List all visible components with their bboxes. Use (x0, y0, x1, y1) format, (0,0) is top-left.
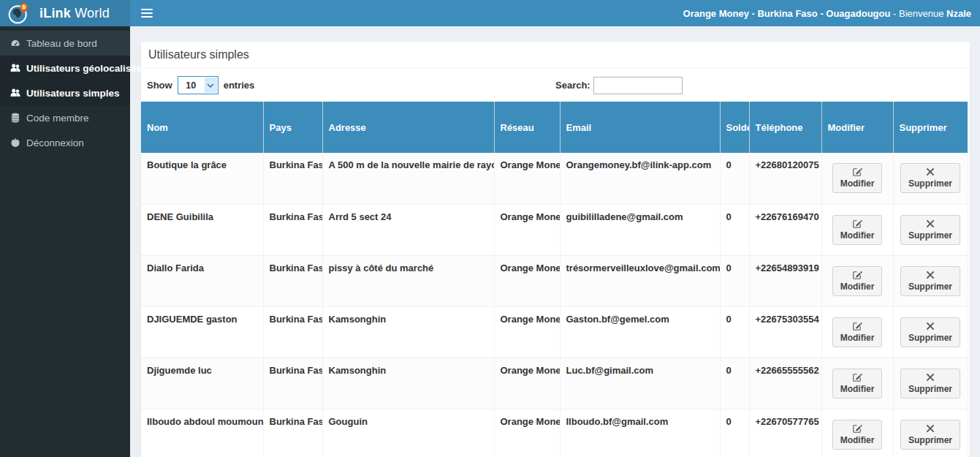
entries-select[interactable]: 10 (178, 76, 219, 94)
table-row: Djiguemde lucBurkina FasoKamsonghinOrang… (141, 358, 968, 409)
edit-icon (840, 372, 875, 384)
modifier-button[interactable]: Modifier (832, 266, 883, 296)
modifier-button[interactable]: Modifier (832, 163, 883, 193)
cell-adresse: A 500 m de la nouvelle mairie de rayongo (322, 153, 494, 204)
sidebar-item-label: Utilisateurs simples (26, 88, 120, 99)
cell-reseau: Orange Money (494, 358, 560, 409)
globe-pin-logo-icon: $ (7, 1, 31, 25)
cell-nom: Djiguemde luc (141, 358, 263, 409)
sidebar-item-utilisateurs-simples[interactable]: Utilisateurs simples (0, 80, 130, 105)
table-row: DENE GuibililaBurkina FasoArrd 5 sect 24… (141, 204, 968, 255)
cell-supprimer: Supprimer (893, 306, 968, 358)
cell-reseau: Orange Money (494, 204, 560, 255)
entries-label: entries (224, 80, 255, 91)
search-input[interactable] (593, 77, 683, 94)
x-icon (908, 372, 952, 384)
brand-logo[interactable]: $ iLink World (0, 0, 130, 26)
cell-pays: Burkina Faso (263, 204, 322, 255)
navbar-user-info-segment: - Bienvenue (890, 8, 946, 19)
navbar-user-info-segment: Nzale (946, 8, 971, 19)
sidebar-item-tableau-de-bord[interactable]: Tableau de bord (0, 31, 130, 56)
length-control: Show 10 entries (147, 76, 555, 94)
supprimer-button[interactable]: Supprimer (900, 420, 960, 450)
users-panel: Utilisateurs simples Show 10 entries Sea… (141, 42, 970, 457)
sidebar-item-code-membre[interactable]: Code membre (0, 105, 130, 130)
cell-adresse: Gouguin (322, 409, 494, 457)
brand-title-regular: World (71, 6, 110, 20)
supprimer-button[interactable]: Supprimer (900, 369, 960, 399)
table-controls: Show 10 entries Search: (141, 76, 970, 94)
cell-telephone: +22676169470 (749, 204, 821, 255)
column-header-solde[interactable]: Solde (720, 102, 749, 153)
navbar-user-info: Orange Money - Burkina Faso - Ouagadougo… (683, 8, 971, 19)
main-content: Utilisateurs simples Show 10 entries Sea… (130, 26, 980, 457)
svg-text:$: $ (23, 4, 26, 10)
cell-supprimer: Supprimer (893, 153, 968, 204)
cell-supprimer: Supprimer (893, 255, 968, 306)
entries-select-value: 10 (178, 77, 204, 94)
cell-modifier: Modifier (821, 306, 893, 358)
edit-icon (840, 423, 875, 435)
modifier-button[interactable]: Modifier (832, 369, 883, 399)
cell-nom: Boutique la grâce (141, 153, 263, 204)
cell-supprimer: Supprimer (893, 409, 968, 457)
cell-solde: 0 (720, 358, 749, 409)
cell-reseau: Orange Money (494, 409, 560, 457)
cell-adresse: Arrd 5 sect 24 (322, 204, 494, 255)
cell-email: Gaston.bf@gemel.com (560, 306, 720, 358)
cell-pays: Burkina Faso (263, 255, 322, 306)
cell-solde: 0 (720, 409, 749, 457)
supprimer-button[interactable]: Supprimer (900, 266, 960, 296)
column-header-adresse[interactable]: Adresse (322, 102, 494, 153)
table-body: Boutique la grâceBurkina FasoA 500 m de … (141, 153, 968, 457)
cell-telephone: +22680120075 (749, 153, 821, 204)
sidebar: Tableau de bordUtilisateurs géolocalisés… (0, 26, 130, 457)
edit-icon (840, 321, 875, 333)
sidebar-toggle-menu-icon[interactable] (141, 0, 156, 26)
dashboard-icon (10, 38, 26, 48)
table-header-row: NomPaysAdresseRéseauEmailSoldeTéléphoneM… (141, 102, 968, 153)
column-header-nom[interactable]: Nom (141, 102, 263, 153)
modifier-button[interactable]: Modifier (832, 420, 883, 450)
cell-email: Ilboudo.bf@gmail.com (560, 409, 720, 457)
brand-title: iLink World (39, 6, 110, 21)
edit-icon (840, 167, 875, 178)
column-header-supprimer[interactable]: Supprimer (893, 102, 968, 153)
cell-nom: Ilboudo abdoul moumouni (141, 409, 263, 457)
table-row: DJIGUEMDE gastonBurkina FasoKamsonghinOr… (141, 306, 968, 358)
search-control: Search: (555, 76, 964, 94)
x-icon (908, 167, 952, 178)
supprimer-button[interactable]: Supprimer (900, 163, 960, 193)
chevron-down-icon (205, 78, 217, 93)
column-header-modifier[interactable]: Modifier (821, 102, 893, 153)
cell-adresse: Kamsonghin (322, 358, 494, 409)
cell-telephone: +22670577765 (749, 409, 821, 457)
supprimer-button[interactable]: Supprimer (900, 215, 960, 245)
sidebar-item-utilisateurs-geolocalises[interactable]: Utilisateurs géolocalisés (0, 56, 130, 80)
cell-telephone: +22665555562 (749, 358, 821, 409)
cell-telephone: +22675303554 (749, 306, 821, 358)
cell-telephone: +22654893919 (749, 255, 821, 306)
top-bar: $ iLink World Orange Money - Burkina Fas… (0, 0, 980, 26)
sidebar-menu: Tableau de bordUtilisateurs géolocalisés… (0, 31, 130, 155)
navbar-user-info-segment: Orange Money - Burkina Faso - Ouagadougo… (683, 8, 891, 19)
sidebar-item-label: Code membre (26, 113, 89, 124)
sidebar-item-label: Tableau de bord (26, 38, 97, 49)
column-header-email[interactable]: Email (560, 102, 720, 153)
page-title: Utilisateurs simples (148, 48, 249, 61)
table-row: Boutique la grâceBurkina FasoA 500 m de … (141, 153, 968, 204)
sidebar-item-deconnexion[interactable]: Déconnexion (0, 130, 130, 155)
modifier-button[interactable]: Modifier (832, 317, 883, 347)
cell-nom: Diallo Farida (141, 255, 263, 306)
cell-solde: 0 (720, 204, 749, 255)
edit-icon (840, 270, 875, 282)
cell-reseau: Orange Money (494, 153, 560, 204)
cell-email: Luc.bf@gimail.com (560, 358, 720, 409)
column-header-pays[interactable]: Pays (263, 102, 322, 153)
column-header-telephone[interactable]: Téléphone (749, 102, 821, 153)
column-header-reseau[interactable]: Réseau (494, 102, 560, 153)
navbar: Orange Money - Burkina Faso - Ouagadougo… (130, 0, 980, 26)
modifier-button[interactable]: Modifier (832, 215, 883, 245)
supprimer-button[interactable]: Supprimer (900, 317, 960, 347)
users-icon (10, 63, 26, 73)
